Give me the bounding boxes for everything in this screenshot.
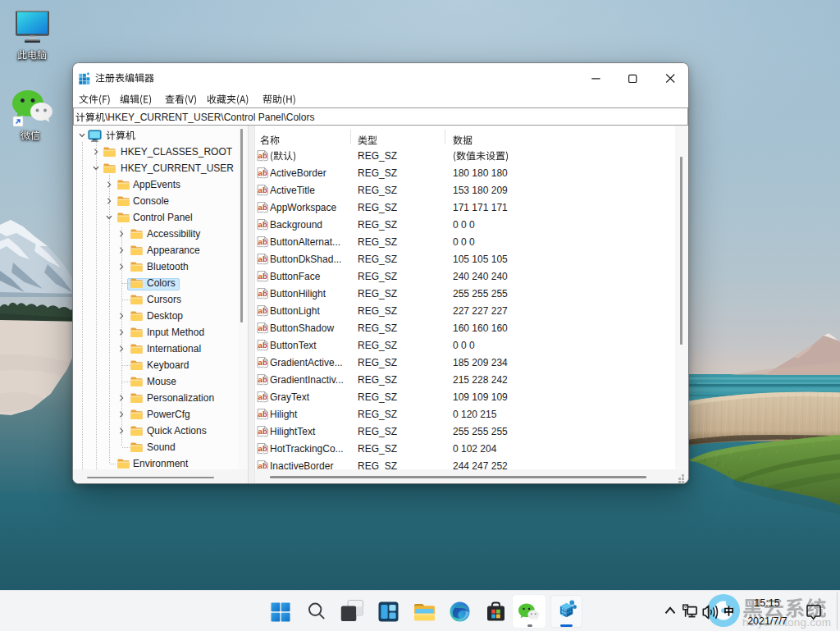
svg-text:ab: ab <box>258 341 267 350</box>
svg-text:ab: ab <box>258 168 267 177</box>
svg-text:ab: ab <box>258 375 267 384</box>
svg-text:ab: ab <box>258 427 267 436</box>
svg-text:ab: ab <box>258 272 267 281</box>
svg-text:ab: ab <box>258 392 267 401</box>
svg-text:ab: ab <box>258 289 267 298</box>
svg-text:ab: ab <box>258 220 267 229</box>
svg-text:ab: ab <box>258 444 267 453</box>
svg-text:ab: ab <box>258 237 267 246</box>
svg-text:ab: ab <box>258 409 267 418</box>
svg-text:ab: ab <box>258 151 267 160</box>
svg-text:ab: ab <box>258 358 267 367</box>
svg-text:ab: ab <box>258 306 267 315</box>
svg-text:ab: ab <box>258 203 267 212</box>
svg-text:ab: ab <box>258 323 267 332</box>
svg-text:ab: ab <box>258 185 267 194</box>
svg-text:ab: ab <box>258 254 267 263</box>
